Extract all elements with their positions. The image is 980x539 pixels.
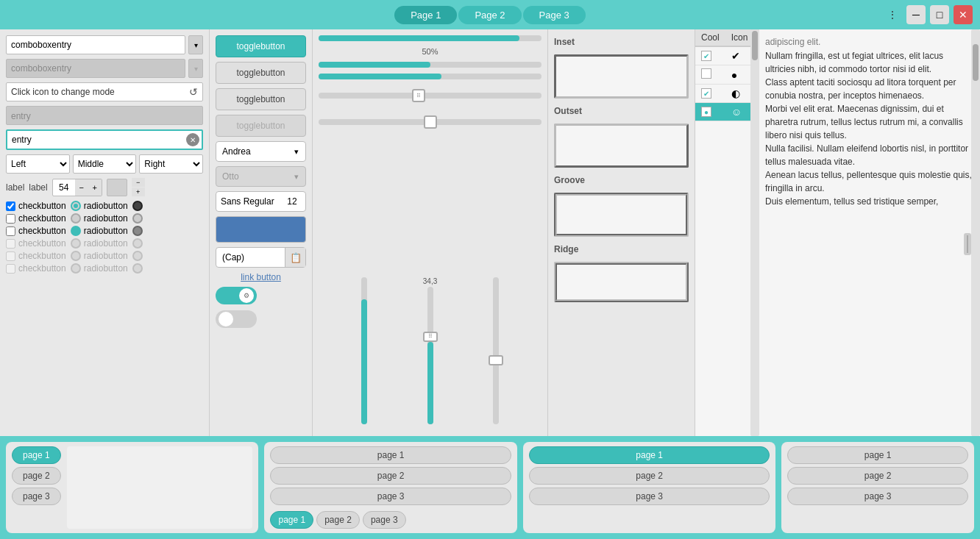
entry-clear-icon[interactable]: ✕ — [186, 133, 199, 146]
tab-page1[interactable]: Page 1 — [394, 6, 457, 24]
radio-dark-icon-3[interactable] — [132, 226, 143, 236]
text-para-1: Nullam fringilla, est ut fegiat ultrices… — [765, 49, 974, 76]
vslider-1-track[interactable] — [361, 277, 367, 424]
hslider-1-track[interactable] — [319, 35, 542, 41]
table-row[interactable]: ✔ ◐ Orville Redenbacher — [695, 85, 759, 103]
checkbox-2[interactable] — [6, 214, 15, 224]
checkbox-1[interactable] — [6, 201, 15, 211]
cell-cool-2 — [695, 65, 725, 85]
align-middle-select[interactable]: MiddleTopBottom — [73, 154, 137, 174]
bottom-tab-3-page1[interactable]: page 1 — [529, 446, 770, 464]
align-right-select[interactable]: RightLeftCenter — [139, 154, 203, 174]
bottom-tab-3-page2[interactable]: page 2 — [529, 467, 770, 485]
dropdown-otto-text: Otto — [216, 171, 288, 182]
radio-dark-icon-1[interactable] — [132, 201, 143, 211]
spin-dec-button[interactable]: − — [75, 179, 88, 196]
text-scrollbar-thumb[interactable] — [973, 44, 979, 81]
togglebutton-3[interactable]: togglebutton — [216, 88, 306, 110]
bottom-tab-3-page3[interactable]: page 3 — [529, 488, 770, 505]
titlebar-tabs: Page 1 Page 2 Page 3 — [394, 6, 586, 24]
vslider-2-track[interactable]: ⠿ — [427, 287, 433, 424]
radio-1[interactable] — [71, 201, 81, 211]
color-dec-button[interactable]: + — [132, 188, 145, 196]
align-left-select[interactable]: LeftCenterRight — [6, 154, 70, 174]
checkbox-3[interactable] — [6, 226, 15, 236]
groove-frame — [554, 193, 689, 237]
check-item-3: checkbutton — [6, 226, 66, 236]
bottom-tab-4-page3[interactable]: page 3 — [787, 488, 968, 505]
menu-button[interactable]: ⋮ — [883, 5, 902, 24]
hslider-2-fill — [319, 62, 430, 68]
hslider-3-track[interactable] — [319, 74, 542, 79]
spin-input[interactable] — [53, 182, 75, 193]
spin-inc-button[interactable]: + — [88, 179, 102, 196]
hslider-4-track[interactable] — [319, 93, 542, 99]
tab-page3[interactable]: Page 3 — [523, 6, 586, 24]
bottom-tab-4-page1[interactable]: page 1 — [787, 446, 968, 464]
bottom-tab-2-page2[interactable]: page 2 — [270, 467, 511, 485]
vslider-3 — [493, 277, 499, 424]
color-inc-button[interactable]: − — [132, 178, 145, 187]
togglebutton-1[interactable]: togglebutton — [216, 35, 306, 57]
bottom-tab-2-page1[interactable]: page 1 — [270, 446, 511, 464]
table-scrollbar[interactable] — [750, 29, 759, 436]
checkbox-4-label: checkbutton — [18, 238, 66, 249]
bottom-tab-1-page3[interactable]: page 3 — [12, 488, 61, 505]
minimize-button[interactable]: ─ — [906, 5, 926, 24]
vslider-2-fill — [427, 342, 433, 424]
mode-change-icon[interactable]: ↺ — [189, 86, 198, 98]
dropdown-andrea-arrow[interactable]: ▾ — [288, 142, 305, 161]
cap-icon[interactable]: 📋 — [285, 248, 305, 267]
radio-6-label: radiobutton — [84, 263, 128, 274]
bottom-tab-2-row-page1[interactable]: page 1 — [270, 511, 313, 529]
vslider-1-fill — [361, 299, 367, 424]
hslider-3 — [319, 74, 542, 79]
link-button[interactable]: link button — [216, 272, 306, 282]
bottom-section-4: page 1 page 2 page 3 — [781, 442, 974, 533]
radio-item-3: radiobutton — [71, 226, 128, 236]
hslider-2-track[interactable] — [319, 62, 542, 68]
tab-page2[interactable]: Page 2 — [458, 6, 521, 24]
bottom-tab-1-page2[interactable]: page 2 — [12, 467, 61, 485]
font-size-label: 12 — [283, 196, 301, 207]
combo1-input[interactable] — [6, 35, 185, 54]
text-para-4: Nulla facilisi. Nullam eleifend lobortis… — [765, 142, 974, 168]
bottom-tab-2-row-page2[interactable]: page 2 — [316, 511, 360, 529]
hslider-5-thumb[interactable] — [424, 115, 437, 129]
vslider-3-thumb[interactable] — [489, 355, 503, 365]
vslider-2-thumb[interactable]: ⠿ — [423, 332, 438, 342]
text-para-6: Duis elementum, tellus sed tristique sem… — [765, 195, 974, 208]
bottom-tab-2-row-page3[interactable]: page 3 — [363, 511, 406, 529]
table-row[interactable]: ● Otto chaotic — [695, 65, 759, 85]
color-picker-box[interactable] — [216, 216, 306, 243]
vslider-3-track[interactable] — [493, 277, 499, 424]
bottom-tab-4-page2[interactable]: page 2 — [787, 467, 968, 485]
switch-off[interactable] — [216, 310, 260, 329]
radio-item-4: radiobutton — [71, 238, 128, 249]
maximize-button[interactable]: □ — [930, 5, 949, 24]
text-scrollbar[interactable] — [971, 29, 980, 436]
table-row-selected[interactable]: ● ☺ Benja... Company — [695, 103, 759, 121]
radio-2[interactable] — [71, 213, 81, 224]
combo1-arrow[interactable]: ▾ — [188, 35, 203, 54]
switch-on[interactable]: ⚙ — [216, 287, 260, 306]
radio-dark-icon-2[interactable] — [132, 213, 143, 224]
radio-3[interactable] — [71, 226, 81, 236]
check-item-4: checkbutton — [6, 238, 66, 249]
cell-icon-4: ☺ — [725, 103, 754, 121]
table-scrollbar-thumb[interactable] — [752, 31, 758, 60]
cell-cool-1: ✔ — [695, 46, 725, 65]
color-swatch[interactable] — [107, 179, 127, 196]
bottom-tab-1-page1[interactable]: page 1 — [12, 446, 61, 464]
togglebutton-2[interactable]: togglebutton — [216, 62, 306, 84]
bottom-tab-2-page3[interactable]: page 3 — [270, 488, 511, 505]
close-button[interactable]: ✕ — [954, 5, 973, 24]
col-icon: Icon — [725, 29, 754, 46]
text-para-5: Aenean lacus tellus, pellentesque quis m… — [765, 168, 974, 195]
hslider-4-thumb[interactable]: ⠿ — [412, 89, 425, 102]
table-row[interactable]: ✔ ✔ Andrea Cimi — [695, 46, 759, 65]
bottom-section-1: page 1 page 2 page 3 — [6, 442, 258, 533]
bottom-tab-2-row: page 1 page 2 page 3 — [270, 511, 511, 529]
panel-resize-handle[interactable] — [964, 233, 971, 255]
entry-active-input[interactable] — [7, 135, 186, 145]
